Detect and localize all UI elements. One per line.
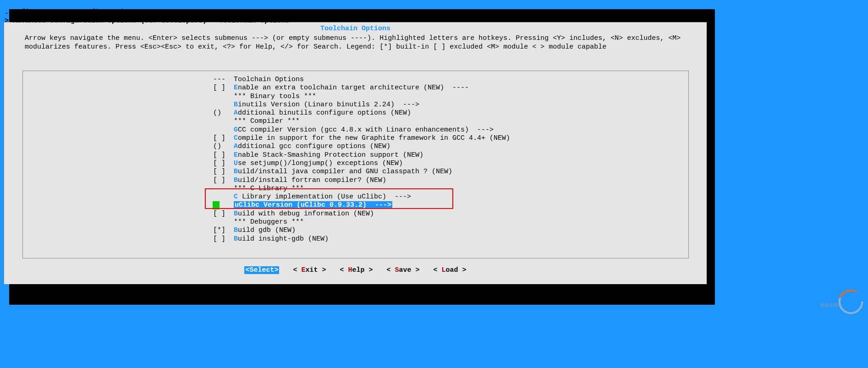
button-label: ave > [399,266,420,274]
menu-hotkey: U [234,159,238,167]
menu-item-label: uild with debug information (NEW) [238,210,374,218]
title-prefix: .config - [5,8,46,16]
menu-item-7[interactable]: [ ]Compile in support for the new Graphi… [23,134,688,143]
menu-item-11[interactable]: [ ]Build/install java compiler and GNU c… [23,168,688,176]
menu-item-label: uild gdb (NEW) [238,226,296,234]
menu-item-2[interactable]: *** Binary tools *** [23,93,688,101]
menu-item-5[interactable]: *** Compiler *** [23,117,688,126]
nav-button-ave[interactable]: < Save > [387,266,420,274]
button-bracket: < [293,266,301,274]
menu-marker [213,218,234,226]
menu-marker: () [213,109,234,117]
menu-item-label: dditional binutils configure options (NE… [238,109,411,117]
menu-hotkey: A [234,143,238,150]
menu-marker: [*] [213,226,234,235]
menu-item-12[interactable]: [ ]Build/install fortran compiler? (NEW) [23,176,688,185]
menu-item-label: *** Debuggers *** [234,218,304,226]
menu-hotkey: B [234,226,238,234]
menu-item-label: uild/install java compiler and GNU class… [238,168,452,176]
menu-item-17[interactable]: *** Debuggers *** [23,218,688,226]
watermark-text: 创新互联 [820,302,838,308]
menu-item-label: Library implementation (Use uClibc) ---> [238,193,411,201]
menu-item-label: dditional gcc configure options (NEW) [238,143,390,150]
menu-marker [213,93,234,101]
breadcrumb-part1: Advanced configuration options (for deve… [13,17,207,25]
menu-marker: [ ] [213,151,234,159]
menu-hotkey: B [234,176,238,184]
window-title: .config - OpenWrt Configuration [5,8,132,16]
button-label: xit > [305,266,326,274]
menu-item-label: se setjump()/longjump() exceptions (NEW) [238,159,403,167]
menu-item-label: ompile in support for the new Graphite f… [238,134,510,142]
menu-marker: --- [213,76,234,84]
menu-hotkey: B [234,210,238,218]
menu-marker: [ ] [213,84,234,92]
menu-hotkey: B [234,235,238,243]
menu-marker: [ ] [213,159,234,168]
button-hotkey: H [348,266,352,274]
menu-item-16[interactable]: [ ]Build with debug information (NEW) [23,210,688,218]
menu-hotkey: E [234,151,238,159]
menu-item-14[interactable]: C Library implementation (Use uClibc) --… [23,193,688,201]
button-hotkey: S [395,266,399,274]
menu-item-19[interactable]: [ ]Build insight-gdb (NEW) [23,235,688,243]
svg-point-1 [838,289,863,314]
menu-marker [213,126,234,134]
main-panel: Toolchain Options Arrow keys navigate th… [4,22,707,284]
menu-item-10[interactable]: [ ]Use setjump()/longjump() exceptions (… [23,159,688,168]
selection-cursor-icon [213,201,220,209]
menu-item-label: inutils Version (Linaro binutils 2.24) -… [238,101,419,109]
menu-item-3[interactable]: Binutils Version (Linaro binutils 2.24) … [23,101,688,109]
nav-button-elect[interactable]: <Select> [244,266,279,274]
menu-marker [213,101,234,109]
menu-marker: () [213,143,234,151]
panel-title: Toolchain Options [4,25,707,33]
menu-marker: [ ] [213,168,234,176]
menu-item-label: *** Compiler *** [234,117,300,125]
button-bracket: < [434,266,442,274]
menu-box: ---Toolchain Options[ ]Enable an extra t… [22,71,689,258]
menu-item-label: CC compiler Version (gcc 4.8.x with Lina… [238,126,494,134]
menu-item-18[interactable]: [*]Build gdb (NEW) [23,226,688,235]
menu-item-13[interactable]: *** C Library *** [23,185,688,193]
menu-marker [213,193,234,201]
nav-button-elp[interactable]: < Help > [340,266,373,274]
nav-button-oad[interactable]: < Load > [434,266,467,274]
menu-marker: [ ] [213,134,234,143]
button-label: elp > [352,266,373,274]
button-label: elect> [253,266,278,274]
menu-item-label: *** Binary tools *** [234,93,316,100]
menu-item-8[interactable]: () Additional gcc configure options (NEW… [23,143,688,151]
help-text: Arrow keys navigate the menu. <Enter> se… [25,34,686,51]
menu-marker: [ ] [213,235,234,243]
menu-hotkey: A [234,109,238,117]
button-bracket: < [387,266,395,274]
menu-hotkey: u [235,201,239,209]
menu-item-15[interactable]: uClibc Version (uClibc 0.9.33.2) ---> [23,201,688,209]
menu-item-label: nable an extra toolchain target architec… [238,84,469,92]
menu-marker: [ ] [213,176,234,185]
button-label: oad > [446,266,467,274]
breadcrumb-sep: > [207,17,219,25]
menu-item-label: nable Stack-Smashing Protection support … [238,151,423,159]
menu-item-label: Toolchain Options [234,76,304,83]
menu-item-6[interactable]: GCC compiler Version (gcc 4.8.x with Lin… [23,126,688,134]
menu-marker: [ ] [213,210,234,218]
title-text: OpenWrt Configuration [46,8,132,16]
menu-marker [213,117,234,126]
button-bar: <Select>< Exit >< Help >< Save >< Load > [4,266,707,274]
nav-button-xit[interactable]: < Exit > [293,266,326,274]
breadcrumb: > Advanced configuration options (for de… [5,17,289,25]
menu-item-label: *** C Library *** [234,185,304,192]
menu-item-4[interactable]: () Additional binutils configure options… [23,109,688,117]
menu-hotkey: B [234,101,238,109]
menu-item-0[interactable]: ---Toolchain Options [23,76,688,84]
menu-hotkey: E [234,84,238,92]
menu-hotkey: G [234,126,238,134]
menu-item-label: uild/install fortran compiler? (NEW) [238,176,386,184]
menu-item-1[interactable]: [ ]Enable an extra toolchain target arch… [23,84,688,92]
breadcrumb-part2: Toolchain Options [219,17,289,25]
menu-item-selected-bg: uClibc Version (uClibc 0.9.33.2) ---> [234,201,392,209]
menu-list[interactable]: ---Toolchain Options[ ]Enable an extra t… [23,76,688,243]
menu-item-9[interactable]: [ ]Enable Stack-Smashing Protection supp… [23,151,688,159]
